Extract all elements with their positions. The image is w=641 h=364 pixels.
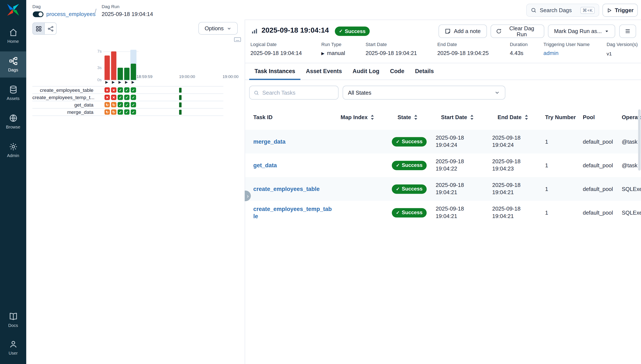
operator-cell: @task bbox=[622, 154, 637, 177]
column-header-start_date: Start Date bbox=[441, 107, 474, 128]
table-row: get_data✓Success2025-09-18 19:04:222025-… bbox=[245, 154, 641, 177]
meta-value: 2025-09-18 19:04:25 bbox=[437, 50, 489, 56]
run-duration-bar[interactable] bbox=[111, 51, 116, 80]
column-header-map_index: Map Index bbox=[341, 107, 374, 128]
search-tasks-input[interactable] bbox=[262, 90, 334, 96]
state-cell: ✓Success bbox=[392, 201, 426, 224]
state-filter-select[interactable]: All States bbox=[343, 86, 506, 100]
check-icon: ✓ bbox=[396, 139, 400, 144]
dag-pause-toggle[interactable] bbox=[33, 12, 44, 17]
task-instance-upstream_failed-icon[interactable]: ↻ bbox=[105, 102, 110, 108]
sidebar-item-label: User bbox=[9, 350, 18, 356]
manual-run-icon: ▶ bbox=[105, 80, 108, 84]
sort-icon[interactable] bbox=[470, 114, 474, 120]
sidebar-item-user[interactable]: User bbox=[0, 334, 26, 361]
task-id-link[interactable]: create_employees_table bbox=[253, 185, 320, 193]
task-id-link[interactable]: merge_data bbox=[253, 138, 286, 145]
keyboard-shortcuts-icon[interactable] bbox=[234, 36, 241, 44]
state-badge: ✓Success bbox=[392, 208, 426, 218]
sidebar-item-dags[interactable]: Dags bbox=[0, 51, 26, 78]
task-instance-upstream_failed-icon[interactable]: ↻ bbox=[111, 109, 116, 115]
grid-view-button[interactable] bbox=[33, 22, 45, 34]
task-instance-success-icon[interactable]: ✓ bbox=[118, 94, 123, 100]
tab-code[interactable]: Code bbox=[385, 63, 410, 80]
task-instance-success-icon[interactable]: ✓ bbox=[118, 109, 123, 115]
sort-icon[interactable] bbox=[414, 114, 417, 120]
assets-icon bbox=[9, 85, 17, 94]
sidebar-item-home[interactable]: Home bbox=[0, 23, 26, 49]
state-cell: ✓Success bbox=[392, 130, 426, 154]
column-header-end_date: End Date bbox=[498, 107, 528, 128]
manual-run-icon: ▶ bbox=[125, 80, 128, 84]
end-date-cell: 2025-09-18 19:04:21 bbox=[492, 201, 533, 224]
run-duration-bar[interactable] bbox=[124, 68, 129, 80]
admin-icon bbox=[9, 142, 17, 151]
operator-cell: @task bbox=[622, 130, 637, 154]
graph-view-button[interactable] bbox=[44, 22, 57, 34]
meta-value-link[interactable]: admin bbox=[543, 50, 559, 56]
dag-name-link[interactable]: process_employees bbox=[46, 11, 96, 17]
sidebar-item-label: Browse bbox=[6, 124, 20, 129]
run-metadata: Logical Date2025-09-18 19:04:14Run Type▶… bbox=[245, 20, 641, 64]
task-instance-success-icon[interactable]: ✓ bbox=[131, 109, 136, 115]
task-instance-success-icon[interactable]: ✓ bbox=[118, 102, 123, 108]
task-instance-success-icon[interactable]: ✓ bbox=[118, 88, 123, 93]
gantt-bar[interactable] bbox=[179, 102, 182, 108]
airflow-logo[interactable] bbox=[6, 3, 20, 16]
sort-icon[interactable] bbox=[525, 114, 528, 120]
task-instance-success-icon[interactable]: ✓ bbox=[124, 109, 129, 115]
pool-cell: default_pool bbox=[583, 154, 613, 177]
sidebar-item-assets[interactable]: Assets bbox=[0, 80, 26, 106]
meta-value: 2025-09-18 19:04:14 bbox=[251, 50, 302, 56]
task-instance-success-icon[interactable]: ✓ bbox=[131, 102, 136, 108]
task-instance-upstream_failed-icon[interactable]: ↻ bbox=[105, 109, 110, 115]
sidebar-item-browse[interactable]: Browse bbox=[0, 108, 26, 135]
tab-task-instances[interactable]: Task Instances bbox=[249, 63, 301, 80]
sidebar-item-docs[interactable]: Docs bbox=[0, 307, 26, 333]
task-instance-success-icon[interactable]: ✓ bbox=[124, 94, 129, 100]
dag-run-header: 2025-09-18 19:04:14 ✓ Success Add a note… bbox=[245, 20, 641, 63]
state-label: Success bbox=[402, 162, 422, 168]
state-label: Success bbox=[402, 139, 422, 144]
gantt-bar[interactable] bbox=[179, 95, 182, 100]
sidebar-item-admin[interactable]: Admin bbox=[0, 137, 26, 163]
column-header-label: Task ID bbox=[253, 114, 273, 120]
scrollbar-thumb[interactable] bbox=[638, 109, 641, 170]
task-id-cell: merge_data bbox=[253, 130, 333, 154]
check-icon: ✓ bbox=[396, 186, 400, 192]
task-instance-failed-icon[interactable]: ✕ bbox=[105, 94, 110, 100]
column-header-pool: Pool bbox=[583, 107, 595, 128]
task-instance-upstream_failed-icon[interactable]: ↻ bbox=[111, 102, 116, 108]
column-header-label: Map Index bbox=[341, 114, 368, 120]
task-instance-success-icon[interactable]: ✓ bbox=[131, 88, 136, 93]
sort-icon[interactable] bbox=[370, 114, 374, 120]
options-button[interactable]: Options bbox=[198, 22, 238, 34]
run-duration-bar[interactable] bbox=[105, 56, 110, 80]
tab-details[interactable]: Details bbox=[410, 63, 439, 80]
tab-asset-events[interactable]: Asset Events bbox=[301, 63, 347, 80]
run-duration-chart: 7s3s0s18:59:5919:00:0019:00:00▶▶▶▶▶ bbox=[0, 0, 245, 364]
gantt-bar[interactable] bbox=[179, 110, 182, 115]
task-id-link[interactable]: get_data bbox=[253, 162, 277, 169]
search-icon bbox=[531, 7, 536, 13]
run-duration-bar[interactable] bbox=[118, 68, 123, 80]
task-instance-success-icon[interactable]: ✓ bbox=[124, 88, 129, 93]
task-instance-success-icon[interactable]: ✓ bbox=[131, 94, 136, 100]
tab-audit-log[interactable]: Audit Log bbox=[347, 63, 384, 80]
task-id-link[interactable]: create_employees_temp_table bbox=[253, 205, 333, 220]
task-instance-success-icon[interactable]: ✓ bbox=[124, 102, 129, 108]
task-instance-failed-icon[interactable]: ✕ bbox=[111, 94, 116, 100]
manual-run-icon: ▶ bbox=[132, 80, 134, 84]
grid-task-row: get_data↻↻✓✓✓ bbox=[33, 101, 224, 108]
task-instance-failed-icon[interactable]: ✕ bbox=[111, 88, 116, 93]
run-duration-bar[interactable] bbox=[131, 64, 136, 80]
meta-label: Logical Date bbox=[251, 42, 277, 47]
gantt-bar[interactable] bbox=[179, 88, 182, 93]
run-tabs: Task InstancesAsset EventsAudit LogCodeD… bbox=[245, 63, 641, 80]
task-instance-failed-icon[interactable]: ✕ bbox=[105, 88, 110, 93]
task-id-cell: create_employees_table bbox=[253, 177, 333, 201]
y-axis-tick: 0s bbox=[93, 78, 102, 82]
search-dags-button[interactable]: Search Dags ⌘+K bbox=[526, 4, 599, 16]
sidebar-item-label: Assets bbox=[7, 96, 20, 101]
trigger-button[interactable]: Trigger bbox=[602, 4, 637, 16]
